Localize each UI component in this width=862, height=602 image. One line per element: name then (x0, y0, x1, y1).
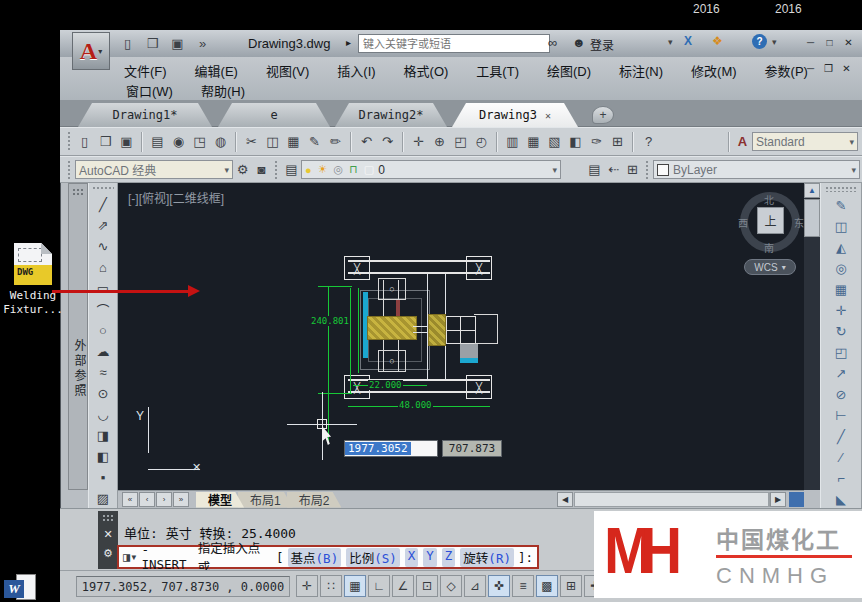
close-icon[interactable]: ✕ (545, 110, 551, 121)
communication-badge-icon[interactable]: ❖ (712, 34, 723, 48)
tool-palettes-icon[interactable]: ▧ (545, 132, 564, 151)
ortho-toggle[interactable]: ∟ (368, 575, 390, 597)
quickcalc-icon[interactable]: ⊞ (608, 132, 627, 151)
break-icon[interactable]: ∕ (830, 447, 852, 467)
revision-cloud-icon[interactable]: ☁ (92, 341, 114, 361)
stretch-icon[interactable]: ↗ (830, 363, 852, 383)
dwg-file-icon[interactable]: DWG (14, 243, 52, 285)
menu-tools[interactable]: 工具(T) (476, 61, 519, 80)
layer-properties-icon[interactable]: ▤ (585, 160, 604, 179)
web-publish-icon[interactable]: ◍ (211, 132, 230, 151)
lineweight-toggle[interactable]: ≡ (512, 575, 534, 597)
toolbar-grip[interactable] (92, 186, 114, 191)
viewcube-west-label[interactable]: 西 (738, 215, 748, 230)
viewport-label[interactable]: [-][俯视][二维线框] (128, 189, 224, 206)
menu-view[interactable]: 视图(V) (266, 61, 309, 80)
layer-color-swatch[interactable]: ▢ (364, 163, 374, 176)
layer-bulb-icon[interactable]: ● (305, 164, 312, 176)
help-chevron-icon[interactable]: ▾ (772, 37, 777, 47)
exchange-x-icon[interactable]: X (684, 34, 692, 48)
layer-manager-icon[interactable]: ▤ (282, 160, 301, 179)
sheetset-manager-icon[interactable]: ◧ (566, 132, 585, 151)
save-icon[interactable]: ▣ (117, 132, 136, 151)
match-properties-icon[interactable]: ✎ (305, 132, 324, 151)
hscroll-right-button[interactable]: ▶ (770, 492, 786, 507)
text-style-icon[interactable]: A (733, 132, 752, 151)
chevron-down-icon[interactable]: ▾ (668, 37, 673, 47)
new-file-icon[interactable]: ▯ (118, 34, 137, 53)
wrench-icon[interactable]: ⚙ (103, 547, 113, 560)
application-menu-button[interactable]: A▾ (72, 32, 110, 70)
workspace-combo[interactable]: AutoCAD 经典▾ (75, 160, 233, 179)
grid-dots-toggle[interactable]: ∷ (320, 575, 342, 597)
word-taskbar-icon[interactable]: W (4, 574, 36, 600)
next-layout-button[interactable]: › (156, 492, 172, 507)
doc-restore-button[interactable]: ❐ (821, 62, 836, 75)
help-icon[interactable]: ? (639, 132, 658, 151)
grid-toggle[interactable]: ▦ (344, 575, 366, 597)
maximize-button[interactable]: □ (822, 36, 837, 49)
horizontal-scrollbar[interactable] (574, 492, 770, 507)
pan-icon[interactable]: ✛ (409, 132, 428, 151)
wcs-menu[interactable]: WCS ▾ (744, 259, 796, 275)
palette-grip[interactable] (72, 188, 84, 196)
zoom-previous-icon[interactable]: ◴ (472, 132, 491, 151)
command-palette-bar[interactable]: ✕ ⚙ (98, 511, 118, 569)
create-block-icon[interactable]: ◧ (92, 446, 114, 466)
new-file-icon[interactable]: ▯ (75, 132, 94, 151)
command-option-r[interactable]: 旋转(R) (460, 548, 514, 567)
menu-help[interactable]: 帮助(H) (201, 81, 245, 100)
menu-modify[interactable]: 修改(M) (691, 61, 737, 80)
command-option-s[interactable]: 比例(S) (346, 548, 400, 567)
tab-model[interactable]: 模型 (196, 492, 244, 508)
circle-icon[interactable]: ○ (92, 320, 114, 340)
tab-e[interactable]: e (218, 103, 330, 127)
viewcube-south-label[interactable]: 南 (764, 240, 774, 255)
color-combo[interactable]: ByLayer ▾ (653, 160, 860, 179)
dynamic-input-toggle[interactable]: ✜ (488, 575, 510, 597)
zoom-window-icon[interactable]: ◰ (451, 132, 470, 151)
hatch-icon[interactable]: ▨ (92, 488, 114, 508)
overflow-icon[interactable]: » (193, 34, 212, 53)
block-editor-icon[interactable]: ✏ (326, 132, 345, 151)
menu-draw[interactable]: 绘图(D) (547, 61, 591, 80)
save-icon[interactable]: ▣ (168, 34, 187, 53)
undo-icon[interactable]: ↶ (357, 132, 376, 151)
arc-icon[interactable]: ⌒ (92, 299, 114, 319)
dynamic-input-y[interactable]: 707.873 (442, 440, 502, 457)
osnap-toggle[interactable]: ⊡ (416, 575, 438, 597)
mirror-icon[interactable]: ◭ (830, 237, 852, 257)
publish-icon[interactable]: ◳ (190, 132, 209, 151)
workspace-switch-icon[interactable]: ◙ (252, 160, 271, 179)
dynamic-input-x[interactable]: 1977.3052 (344, 440, 438, 457)
toolbar-grip[interactable] (67, 131, 72, 153)
ducs-toggle[interactable]: ⊿ (464, 575, 486, 597)
new-tab-button[interactable]: + (592, 106, 614, 124)
ellipse-arc-icon[interactable]: ◡ (92, 404, 114, 424)
first-layout-button[interactable]: « (122, 492, 138, 507)
command-option-b[interactable]: 基点(B) (288, 548, 342, 567)
print-icon[interactable]: ▤ (148, 132, 167, 151)
zoom-realtime-icon[interactable]: ⊕ (430, 132, 449, 151)
search-input[interactable] (358, 34, 550, 53)
coordinates-display[interactable]: 1977.3052, 707.8730 , 0.0000 (76, 576, 290, 597)
extend-icon[interactable]: ⊢ (830, 405, 852, 425)
chamfer-icon[interactable]: ◣ (830, 489, 852, 509)
insert-block-icon[interactable]: ◨ (92, 425, 114, 445)
layer-previous-icon[interactable]: ⇠ (604, 160, 623, 179)
layer-sun-icon[interactable]: ☀ (318, 163, 328, 176)
tab-drawing2[interactable]: Drawing2* (335, 103, 447, 127)
polar-toggle[interactable]: ∠ (392, 575, 414, 597)
close-button[interactable]: ✕ (841, 36, 856, 49)
menu-format[interactable]: 格式(O) (404, 61, 449, 80)
markup-icon[interactable]: ✑ (587, 132, 606, 151)
cut-icon[interactable]: ✂ (242, 132, 261, 151)
ellipse-icon[interactable]: ⊙ (92, 383, 114, 403)
menu-edit[interactable]: 编辑(E) (195, 61, 238, 80)
layer-freeze-icon[interactable]: ◎ (334, 163, 344, 176)
login-button[interactable]: 登录 (590, 36, 614, 53)
properties-icon[interactable]: ▥ (503, 132, 522, 151)
command-prompt[interactable]: ◨▾ -INSERT 指定插入点或 [ 基点(B)比例(S)XYZ旋转(R) ]… (117, 545, 539, 569)
toolbar-grip[interactable] (825, 186, 857, 192)
tab-layout1[interactable]: 布局1 (238, 492, 293, 508)
